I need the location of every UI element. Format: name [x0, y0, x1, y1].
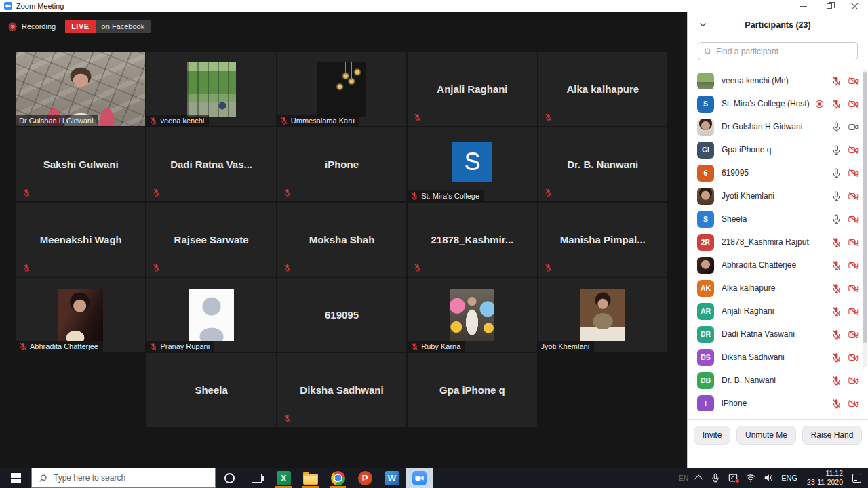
camera-off-icon[interactable] — [848, 283, 859, 293]
video-tile[interactable]: 21878_Kashmir... — [408, 203, 536, 277]
word-taskbar-button[interactable]: W — [378, 468, 406, 488]
camera-off-icon[interactable] — [848, 399, 859, 409]
video-tile[interactable]: Meenakshi Wagh — [16, 203, 145, 277]
zoom-taskbar-button[interactable] — [406, 468, 433, 488]
video-tile[interactable]: Ummesalama Karu — [277, 52, 406, 126]
task-view-button[interactable] — [243, 468, 270, 488]
tile-name-label: Ruby Karna — [408, 341, 465, 352]
chrome-taskbar-button[interactable] — [324, 468, 351, 488]
video-tile[interactable]: Moksha Shah — [277, 203, 406, 277]
video-tile[interactable]: 619095 — [277, 278, 406, 352]
video-tile[interactable]: S St. Mira's College — [408, 127, 536, 201]
mic-on-icon[interactable] — [831, 168, 842, 178]
participant-search-input[interactable] — [716, 47, 852, 56]
video-tile[interactable]: Sakshi Gulwani — [16, 127, 145, 201]
participant-row[interactable]: AR Anjali Raghani — [688, 300, 868, 323]
participant-row[interactable]: veena kenchi (Me) — [688, 69, 868, 92]
participant-row[interactable]: DS Diksha Sadhwani — [688, 346, 868, 369]
camera-off-icon[interactable] — [848, 329, 859, 340]
explorer-taskbar-button[interactable] — [297, 468, 324, 488]
mic-on-icon[interactable] — [831, 214, 842, 224]
video-tile[interactable]: Dr. B. Nanwani — [538, 127, 667, 201]
video-tile[interactable]: Abhradita Chatterjee — [16, 278, 145, 352]
powerpoint-taskbar-button[interactable]: P — [351, 468, 378, 488]
mic-muted-icon[interactable] — [831, 352, 842, 363]
camera-off-icon[interactable] — [848, 375, 859, 386]
mic-muted-icon[interactable] — [831, 76, 842, 86]
video-tile[interactable]: Alka kalhapure — [538, 52, 667, 126]
mic-muted-icon[interactable] — [831, 306, 842, 317]
tray-microphone[interactable] — [707, 468, 724, 488]
participant-search-box[interactable] — [698, 42, 858, 60]
camera-off-icon[interactable] — [848, 214, 859, 224]
camera-off-icon[interactable] — [848, 306, 859, 317]
participant-row[interactable]: Dr Gulshan H Gidwani — [688, 115, 868, 138]
recording-status-icon[interactable] — [814, 99, 825, 109]
camera-on-icon[interactable] — [848, 122, 859, 132]
tray-volume[interactable] — [760, 468, 777, 488]
mic-muted-icon[interactable] — [831, 283, 842, 293]
participants-scrollbar[interactable] — [863, 69, 867, 367]
minimize-button[interactable] — [791, 0, 816, 12]
video-tile[interactable]: Rajsee Sarwate — [146, 203, 275, 277]
camera-off-icon[interactable] — [848, 76, 859, 86]
tray-show-hidden-icons[interactable] — [692, 468, 707, 488]
participant-row[interactable]: 2R 21878_Kashmira Rajput — [688, 230, 868, 253]
video-tile[interactable]: Manisha Pimpal... — [538, 203, 667, 277]
mic-on-icon[interactable] — [831, 145, 842, 155]
mic-muted-icon[interactable] — [831, 329, 842, 340]
participant-row[interactable]: Jyoti Khemlani — [688, 184, 868, 207]
participant-row[interactable]: DR Dadi Ratna Vaswani — [688, 323, 868, 346]
camera-off-icon[interactable] — [848, 260, 859, 270]
tray-clock[interactable]: 11:12 23-11-2020 — [802, 469, 848, 487]
participant-row[interactable]: 6 619095 — [688, 161, 868, 184]
video-tile[interactable]: veena kenchi — [146, 52, 275, 126]
start-button[interactable] — [0, 468, 31, 488]
camera-off-icon[interactable] — [848, 237, 859, 247]
mic-muted-icon[interactable] — [831, 260, 842, 270]
close-button[interactable] — [842, 0, 868, 12]
video-tile[interactable]: Dadi Ratna Vas... — [146, 127, 275, 201]
mic-muted-icon[interactable] — [831, 375, 842, 386]
participant-row[interactable]: Abhradita Chatterjee — [688, 253, 868, 277]
tray-network[interactable] — [742, 468, 760, 488]
camera-off-icon[interactable] — [848, 352, 859, 363]
collapse-chevron-icon[interactable] — [698, 20, 707, 29]
video-tile[interactable]: Ruby Karna — [408, 278, 536, 352]
video-tile[interactable]: iPhone — [277, 127, 406, 201]
video-tile[interactable]: Jyoti Khemlani — [538, 278, 667, 352]
camera-off-icon[interactable] — [848, 99, 859, 109]
mic-muted-icon[interactable] — [831, 237, 842, 247]
raise-hand-button[interactable]: Raise Hand — [802, 426, 863, 445]
action-center-button[interactable] — [848, 468, 865, 488]
participant-row[interactable]: S Sheela — [688, 207, 868, 230]
video-tile[interactable]: Anjali Raghani — [408, 52, 536, 126]
tray-app-recording[interactable] — [724, 468, 742, 488]
restore-button[interactable] — [816, 0, 842, 12]
participant-row[interactable]: DB Dr. B. Nanwani — [688, 369, 868, 392]
video-tile[interactable]: Sheela — [146, 353, 275, 427]
tile-name-label: Manisha Pimpal... — [538, 203, 667, 277]
participant-row[interactable]: S St. Mira's College (Host) — [688, 92, 868, 115]
participant-row[interactable]: AK Alka kalhapure — [688, 277, 868, 300]
mic-muted-icon[interactable] — [831, 399, 842, 409]
participant-row[interactable]: GI Gpa iPhone q — [688, 138, 868, 161]
participant-row[interactable]: I iPhone — [688, 392, 868, 411]
video-tile[interactable]: Dr Gulshan H Gidwani — [16, 52, 145, 126]
mic-muted-icon[interactable] — [831, 99, 842, 109]
mic-on-icon[interactable] — [831, 191, 842, 201]
video-tile[interactable]: Pranay Rupani — [146, 278, 275, 352]
scrollbar-thumb[interactable] — [863, 72, 867, 343]
video-tile[interactable]: Diksha Sadhwani — [277, 353, 406, 427]
camera-off-icon[interactable] — [848, 145, 859, 155]
excel-taskbar-button[interactable]: X — [270, 468, 297, 488]
camera-off-icon[interactable] — [848, 168, 859, 178]
cortana-button[interactable] — [216, 468, 243, 488]
camera-off-icon[interactable] — [848, 191, 859, 201]
video-tile[interactable]: Gpa iPhone q — [408, 353, 536, 427]
tray-language[interactable]: ENG — [777, 468, 802, 488]
taskbar-search-box[interactable]: Type here to search — [31, 468, 216, 488]
invite-button[interactable]: Invite — [694, 426, 731, 445]
mic-on-icon[interactable] — [831, 122, 842, 132]
unmute-me-button[interactable]: Unmute Me — [736, 426, 796, 445]
